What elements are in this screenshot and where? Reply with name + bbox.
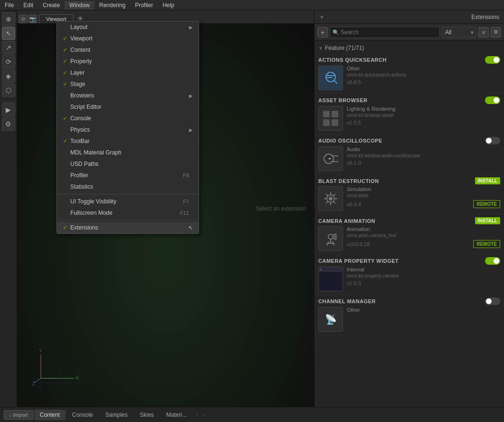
- menu-item-label: Property: [70, 58, 193, 65]
- arrow-icon: ▶: [189, 93, 193, 98]
- window-dropdown-menu: Layout ▶ ✓ Viewport ✓ Content ✓ Property…: [57, 21, 199, 234]
- menu-edit[interactable]: Edit: [19, 1, 38, 10]
- menu-item-mdl[interactable]: MDL Material Graph: [57, 147, 199, 158]
- menu-item-label: Viewport: [70, 35, 193, 42]
- bottom-arrows: ‹ ›: [194, 411, 206, 419]
- menu-item-label: Extensions: [70, 224, 185, 231]
- menu-rendering[interactable]: Rendering: [95, 1, 130, 10]
- menu-item-label: Physics: [70, 126, 189, 133]
- menu-item-label: ToolBar: [70, 138, 193, 144]
- menu-item-viewport[interactable]: ✓ Viewport: [57, 33, 199, 44]
- menu-item-extensions[interactable]: ✓ Extensions ↖: [57, 222, 199, 233]
- menu-item-script-editor[interactable]: Script Editor: [57, 101, 199, 113]
- tab-content[interactable]: Content: [34, 410, 66, 420]
- check-icon: ✓: [63, 115, 70, 122]
- menu-item-label: UI Toggle Visibility: [70, 198, 183, 205]
- menu-profiler[interactable]: Profiler: [130, 1, 158, 10]
- arrow-left-icon[interactable]: ‹: [194, 411, 200, 419]
- check-icon: ✓: [63, 47, 70, 53]
- menu-help[interactable]: Help: [158, 1, 179, 10]
- check-icon: ✓: [63, 35, 70, 42]
- menu-item-toolbar[interactable]: ✓ ToolBar: [57, 135, 199, 147]
- import-button[interactable]: ↓ Import: [4, 410, 33, 420]
- check-icon: ✓: [63, 138, 70, 144]
- menu-bar: File Edit Create Window Rendering Profil…: [0, 0, 504, 10]
- menu-item-label: Console: [70, 115, 193, 122]
- shortcut-label: F7: [183, 199, 189, 204]
- check-icon: ✓: [63, 58, 70, 65]
- menu-item-stage[interactable]: ✓ Stage: [57, 78, 199, 90]
- dropdown-overlay[interactable]: Layout ▶ ✓ Viewport ✓ Content ✓ Property…: [0, 21, 504, 407]
- menu-item-label: Stage: [70, 81, 193, 87]
- menu-item-label: Statistics: [70, 183, 193, 190]
- menu-item-label: Script Editor: [70, 104, 193, 110]
- extensions-title: Extensions: [471, 14, 499, 20]
- menu-item-console[interactable]: ✓ Console: [57, 113, 199, 124]
- arrow-icon: ▶: [189, 127, 193, 133]
- menu-item-profiler[interactable]: Profiler F8: [57, 170, 199, 181]
- menu-item-label: USD Paths: [70, 161, 193, 167]
- tab-console[interactable]: Console: [67, 410, 99, 420]
- menu-item-label: Browsers: [70, 92, 189, 99]
- menu-item-label: Fullscreen Mode: [70, 210, 180, 216]
- menu-item-fullscreen[interactable]: Fullscreen Mode F11: [57, 207, 199, 219]
- tab-samples[interactable]: Samples: [100, 410, 133, 420]
- menu-item-browsers[interactable]: Browsers ▶: [57, 90, 199, 101]
- tab-skies[interactable]: Skies: [134, 410, 159, 420]
- menu-item-physics[interactable]: Physics ▶: [57, 124, 199, 135]
- check-icon: ✓: [63, 224, 70, 231]
- menu-divider-1: [57, 194, 199, 194]
- tab-material[interactable]: Materi...: [161, 410, 192, 420]
- menu-item-usd-paths[interactable]: USD Paths: [57, 158, 199, 170]
- menu-item-statistics[interactable]: Statistics: [57, 181, 199, 192]
- check-icon: ✓: [63, 69, 70, 76]
- menu-item-label: Profiler: [70, 172, 183, 179]
- menu-item-property[interactable]: ✓ Property: [57, 56, 199, 67]
- bottom-tabs: ↓ Import Content Console Samples Skies M…: [0, 407, 504, 422]
- menu-item-label: Layout: [70, 24, 189, 30]
- shortcut-label: F11: [180, 210, 189, 216]
- menu-item-ui-toggle[interactable]: UI Toggle Visibility F7: [57, 196, 199, 207]
- arrow-right-icon[interactable]: ›: [201, 411, 207, 419]
- check-icon: ✓: [63, 81, 70, 87]
- menu-item-label: Content: [70, 47, 193, 53]
- menu-item-label: Layer: [70, 69, 193, 76]
- menu-window[interactable]: Window: [65, 1, 95, 10]
- menu-item-label: MDL Material Graph: [70, 149, 193, 156]
- menu-item-content[interactable]: ✓ Content: [57, 44, 199, 56]
- arrow-icon: ▶: [189, 25, 193, 30]
- menu-file[interactable]: File: [0, 1, 19, 10]
- shortcut-label: F8: [183, 173, 189, 178]
- menu-item-layout[interactable]: Layout ▶: [57, 21, 199, 33]
- menu-item-layer[interactable]: ✓ Layer: [57, 67, 199, 78]
- menu-create[interactable]: Create: [38, 1, 65, 10]
- menu-divider-2: [57, 220, 199, 221]
- cursor-position: ↖: [189, 225, 193, 231]
